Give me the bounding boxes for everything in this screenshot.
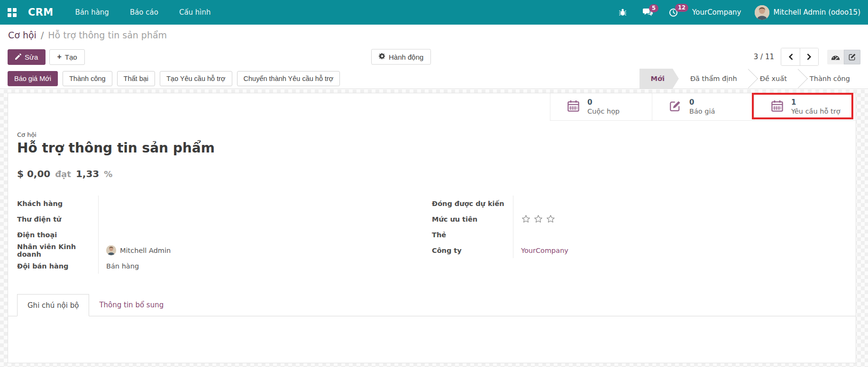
field-label: Thẻ [432,227,513,242]
pager-counter: 3 / 11 [754,53,774,61]
field-group-right: Đóng được dự kiến Mức ưu tiên Thẻ [432,196,856,274]
status-button-thanh-cong[interactable]: Thành công [63,71,112,86]
field-dong-duoc-du-kien: Đóng được dự kiến [432,196,856,211]
gear-icon [379,53,385,61]
crm-form-view: CRM Bán hàng Báo cáo Cấu hình 5 12 YourC… [0,0,868,367]
status-button-tao-yeu-cau[interactable]: Tạo Yêu cầu hỗ trợ [160,71,232,86]
status-bar: Báo giá Mới Thành công Thất bại Tạo Yêu … [0,69,868,89]
messages-icon[interactable]: 5 [643,9,653,17]
pager: 3 / 11 [754,48,860,66]
breadcrumb: Cơ hội / Hỗ trợ thông tin sản phẩm [0,25,868,45]
pager-next-button[interactable] [800,48,818,65]
form-view-icon[interactable] [844,50,860,64]
field-the: Thẻ [432,227,856,242]
field-label: Thư điện tử [17,211,99,227]
stage-da-tham-dinh[interactable]: Đã thẩm định [679,69,749,89]
notebook-tabs: Ghi chú nội bộ Thông tin bổ sung [8,294,856,316]
star-icon[interactable] [533,214,543,224]
field-label: Điện thoại [17,227,99,242]
plus-icon: + [57,53,61,61]
meetings-count: 0 [587,98,620,107]
calendar-icon [771,100,783,114]
debug-bug-icon[interactable] [619,8,627,17]
field-dien-thoai: Điện thoại [17,227,432,242]
expected-revenue-row: $ 0,00 đạt 1,33 % [17,168,856,179]
calendar-icon [567,100,579,114]
menu-bao-cao[interactable]: Báo cáo [130,8,158,17]
smart-button-meetings[interactable]: 0 Cuộc họp [550,93,652,120]
pencil-icon [15,53,21,61]
field-label: Khách hàng [17,196,99,211]
field-doi-ban-hang: Đội bán hàng Bán hàng [17,258,432,274]
user-name: Mitchell Admin (odoo15) [774,8,861,17]
create-button[interactable]: + Tạo [49,49,84,65]
expected-revenue-value: $ 0,00 [17,168,50,179]
star-icon[interactable] [521,214,531,224]
app-brand[interactable]: CRM [28,7,53,18]
breadcrumb-parent[interactable]: Cơ hội [8,30,37,40]
field-muc-uu-tien: Mức ưu tiên [432,211,856,227]
control-panel: Sửa + Tạo Hành động 3 / 11 [0,45,868,69]
field-nhan-vien-kinh-doanh: Nhân viên Kinh doanh Mitchell Admin [17,242,432,258]
activities-badge: 12 [675,4,688,12]
salesperson-value[interactable]: Mitchell Admin [99,245,171,255]
quotation-icon [669,100,681,114]
meetings-label: Cuộc họp [587,107,620,116]
field-label: Mức ưu tiên [432,211,513,227]
menu-cau-hinh[interactable]: Cấu hình [179,8,211,17]
status-button-that-bai[interactable]: Thất bại [117,71,155,86]
record-title: Hỗ trợ thông tin sản phẩm [17,140,856,156]
pager-previous-button[interactable] [781,48,800,65]
tab-thong-tin-bo-sung[interactable]: Thông tin bổ sung [89,294,174,316]
stage-stepper: Mới Đã thẩm định Đề xuất Thành công [640,69,862,89]
support-requests-count: 1 [791,98,841,107]
topbar-right: 5 12 YourCompany Mitchell Admin (odoo15) [603,5,860,20]
smart-button-quotations[interactable]: 0 Báo giá [652,93,754,120]
status-button-bao-gia-moi[interactable]: Báo giá Mới [8,71,58,86]
company-switcher[interactable]: YourCompany [692,8,741,17]
field-cong-ty: Công ty YourCompany [432,242,856,258]
tab-ghi-chu-noi-bo[interactable]: Ghi chú nội bộ [17,294,89,316]
status-button-chuyen-thanh[interactable]: Chuyển thành Yêu cầu hỗ trợ [237,71,340,86]
stage-de-xuat[interactable]: Đề xuất [749,69,798,89]
edit-button[interactable]: Sửa [8,49,46,65]
stage-thanh-cong[interactable]: Thành công [798,69,861,89]
field-label: Công ty [432,242,513,258]
field-khach-hang: Khách hàng [17,196,432,211]
support-requests-label: Yêu cầu hỗ trợ [791,107,841,116]
probability-value: 1,33 [76,168,99,179]
main-menu: Bán hàng Báo cáo Cấu hình [75,8,210,17]
sales-team-value[interactable]: Bán hàng [99,262,139,270]
menu-ban-hang[interactable]: Bán hàng [75,8,109,17]
view-switcher [827,50,860,64]
salesperson-name: Mitchell Admin [120,247,171,254]
smart-button-row: 0 Cuộc họp 0 Báo giá 1 [550,93,856,121]
user-avatar [755,5,769,20]
dashboard-view-icon[interactable] [827,50,844,64]
field-groups: Khách hàng Thư điện tử Điện thoại Nhân v… [8,196,856,274]
messages-badge: 5 [649,4,658,13]
action-button[interactable]: Hành động [371,49,431,65]
breadcrumb-separator: / [41,30,44,40]
field-group-left: Khách hàng Thư điện tử Điện thoại Nhân v… [8,196,432,274]
pager-buttons [781,48,819,66]
company-value-link[interactable]: YourCompany [513,247,568,254]
record-type-label: Cơ hội [17,131,856,138]
field-label: Đóng được dự kiến [432,196,513,211]
user-menu[interactable]: Mitchell Admin (odoo15) [755,5,861,20]
star-icon[interactable] [546,214,556,224]
top-navbar: CRM Bán hàng Báo cáo Cấu hình 5 12 YourC… [0,0,868,25]
salesperson-avatar [106,245,116,255]
field-thu-dien-tu: Thư điện tử [17,211,432,227]
apps-grid-icon[interactable] [8,8,17,17]
priority-stars [513,214,556,224]
breadcrumb-current: Hỗ trợ thông tin sản phẩm [48,30,167,40]
field-label: Đội bán hàng [17,258,99,274]
revenue-connector: đạt [55,169,71,179]
quotations-label: Báo giá [689,107,715,116]
quotations-count: 0 [689,98,715,107]
form-sheet: 0 Cuộc họp 0 Báo giá 1 [8,93,856,363]
stage-moi[interactable]: Mới [640,69,679,89]
activities-clock-icon[interactable]: 12 [669,8,678,17]
smart-button-support-requests[interactable]: 1 Yêu cầu hỗ trợ [754,93,856,120]
